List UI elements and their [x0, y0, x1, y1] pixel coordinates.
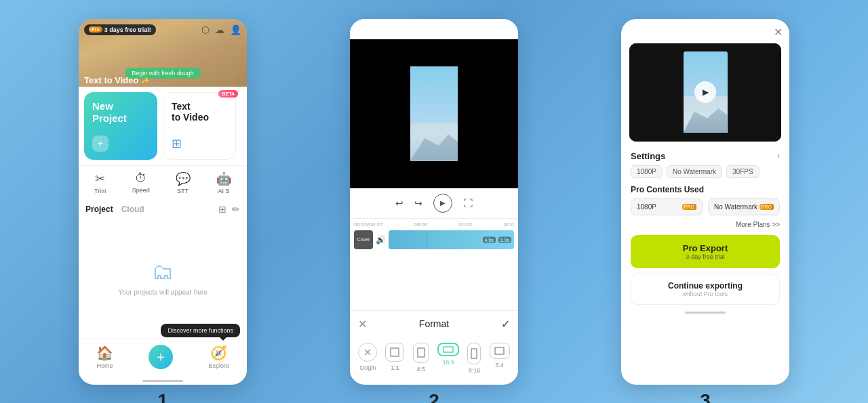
ttv-card-title: Text to Video: [172, 101, 209, 124]
tool-stt[interactable]: 💬 STT: [176, 171, 191, 194]
nav-home[interactable]: 🏠 Home: [96, 345, 113, 369]
screen2-wrapper: ↩ ↪ ▶ ⛶ 00:00/00:37 00:00 00:02 00:0 Cov…: [350, 19, 518, 385]
settings-tag-1080p[interactable]: 1080P: [631, 165, 663, 178]
s3-pro-contents-section: Pro Contents Used 1080P PRO No Watermark…: [621, 181, 789, 218]
time-1: 00:02: [458, 221, 472, 228]
continue-export-button[interactable]: Continue exporting without Pro tools: [631, 274, 780, 305]
pro-option-watermark-text: No Watermark: [714, 203, 757, 211]
header-icons: ⬡ ☁ 👤: [201, 24, 241, 35]
ai-label: AI S: [218, 188, 229, 194]
step-number-1: 1: [157, 390, 168, 404]
fmt-5-4[interactable]: 5:4: [490, 343, 510, 374]
s3-settings-section: Settings › 1080P No Watermark 30FPS: [621, 147, 789, 181]
screen1: Pro 3 days free trial! ⬡ ☁ 👤 Begin with …: [79, 19, 247, 385]
pro-label: Pro: [89, 26, 102, 33]
beta-badge: BETA: [218, 90, 238, 98]
screen3-wrapper: ✕ ▶ Settings › 1080P No Watermark: [621, 19, 789, 385]
s3-play-button[interactable]: ▶: [694, 81, 716, 103]
tab-cloud[interactable]: Cloud: [121, 205, 144, 214]
time-current: 00:00/00:37: [354, 221, 382, 228]
fmt-1-1-icon: [385, 343, 404, 362]
tool-ai[interactable]: 🤖 AI S: [216, 171, 231, 194]
screen2: ↩ ↪ ▶ ⛶ 00:00/00:37 00:00 00:02 00:0 Cov…: [350, 19, 518, 385]
pro-option-watermark[interactable]: No Watermark PRO: [708, 198, 780, 215]
empty-state: 🗂 Your projects will appear here: [79, 217, 247, 339]
volume-icon[interactable]: 🔊: [376, 235, 386, 245]
trim-label: Trim: [94, 188, 106, 194]
project-tabs: Project Cloud: [85, 205, 144, 214]
pro-export-subtitle: 3-day free trial: [639, 253, 772, 260]
explore-icon: 🧭: [210, 345, 227, 361]
grid-view-icon[interactable]: ⊞: [218, 204, 226, 215]
format-confirm-button[interactable]: ✓: [501, 318, 510, 331]
fmt-9-16-icon: [467, 343, 481, 364]
tooltip-box: Discover more functions: [161, 324, 240, 337]
project-header: Project Cloud ⊞ ✏: [85, 204, 240, 215]
pro-export-title: Pro Export: [639, 243, 772, 253]
bottom-nav: 🏠 Home ＋ 🧭 Explore: [79, 339, 247, 376]
scrollbar-indicator: [142, 380, 183, 382]
fmt-16-9-icon: [437, 343, 459, 356]
cloud-icon[interactable]: ☁: [215, 24, 224, 35]
fmt-16-9-label: 16:9: [442, 359, 454, 366]
cover-thumbnail: Cover: [354, 230, 373, 249]
ai-icon: 🤖: [216, 171, 231, 186]
fmt-1-1[interactable]: 1:1: [385, 343, 404, 374]
settings-chevron-icon[interactable]: ›: [777, 151, 780, 161]
timeline-bar[interactable]: 4.9s 1.9s: [389, 230, 514, 249]
fmt-4-5[interactable]: 4:5: [413, 343, 429, 374]
page-number: 1: [237, 76, 241, 84]
fmt-origin[interactable]: Origin: [358, 343, 377, 374]
pro-option-1080p-text: 1080P: [637, 203, 656, 211]
fmt-origin-icon: [358, 343, 377, 362]
fmt-16-9[interactable]: 16:9: [437, 343, 459, 374]
pro-badge-watermark: PRO: [760, 204, 774, 210]
s3-settings-tags: 1080P No Watermark 30FPS: [631, 165, 780, 178]
speed-label: Speed: [132, 187, 150, 194]
fullscreen-icon[interactable]: ⛶: [463, 198, 473, 209]
home-icon: 🏠: [96, 345, 113, 361]
time-2: 00:0: [503, 221, 514, 228]
pro-trial-text: 3 days free trial!: [104, 26, 151, 33]
text-to-video-card[interactable]: BETA Text to Video ⊞: [163, 92, 236, 160]
stt-icon: 💬: [176, 171, 191, 186]
undo-icon[interactable]: ↩: [395, 198, 403, 209]
s2-timeline: 00:00/00:37 00:00 00:02 00:0 Cover 🔊 4.9…: [350, 219, 518, 256]
speed-icon: ⏱: [135, 171, 147, 186]
s3-close-button[interactable]: ✕: [774, 26, 783, 39]
svg-rect-3: [418, 348, 425, 357]
new-project-plus-icon[interactable]: +: [92, 135, 108, 152]
nav-explore[interactable]: 🧭 Explore: [208, 345, 229, 369]
pro-trial-badge[interactable]: Pro 3 days free trial!: [84, 24, 156, 35]
fmt-5-4-label: 5:4: [496, 362, 505, 368]
redo-icon[interactable]: ↪: [414, 198, 422, 209]
tab-project[interactable]: Project: [85, 205, 113, 214]
pro-export-button[interactable]: Pro Export 3-day free trial: [631, 235, 780, 268]
format-close-button[interactable]: ✕: [358, 318, 367, 331]
s2-controls: ↩ ↪ ▶ ⛶: [350, 188, 518, 219]
screen1-header: Pro 3 days free trial! ⬡ ☁ 👤 Begin with …: [79, 19, 247, 87]
pro-option-1080p[interactable]: 1080P PRO: [631, 198, 703, 215]
continue-export-title: Continue exporting: [638, 281, 772, 291]
edit-icon[interactable]: ✏: [232, 204, 240, 215]
archive-icon[interactable]: ⬡: [201, 24, 210, 35]
project-actions: ⊞ ✏: [218, 204, 240, 215]
pro-badge-1080p: PRO: [682, 204, 696, 210]
new-project-title: New Project: [92, 100, 127, 125]
new-project-card[interactable]: New Project +: [84, 92, 157, 160]
screen3: ✕ ▶ Settings › 1080P No Watermark: [621, 19, 789, 385]
more-plans-link[interactable]: More Plans >>: [621, 218, 789, 231]
clip-label-1: 4.9s: [483, 236, 496, 242]
explore-label: Explore: [208, 362, 229, 369]
playhead: [427, 230, 428, 249]
nav-add-button[interactable]: ＋: [149, 345, 173, 369]
fmt-9-16[interactable]: 9:16: [467, 343, 481, 374]
tool-trim[interactable]: ✂ Trim: [94, 171, 106, 194]
video-right-black: [458, 39, 518, 188]
tool-speed[interactable]: ⏱ Speed: [132, 171, 150, 194]
settings-tag-watermark[interactable]: No Watermark: [667, 165, 722, 178]
screen1-wrapper: Pro 3 days free trial! ⬡ ☁ 👤 Begin with …: [79, 19, 247, 385]
profile-icon[interactable]: 👤: [230, 24, 241, 35]
play-button[interactable]: ▶: [433, 194, 452, 213]
settings-tag-fps[interactable]: 30FPS: [726, 165, 760, 178]
